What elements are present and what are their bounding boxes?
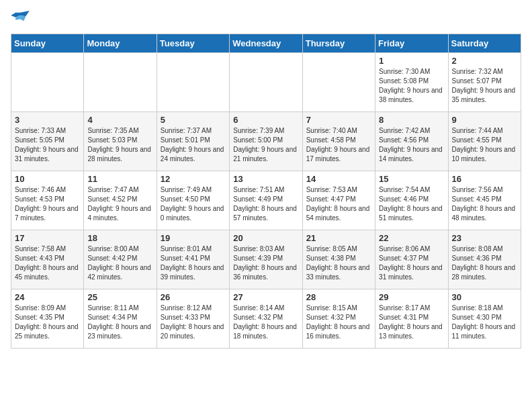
day-number: 22 <box>379 233 444 243</box>
calendar-cell: 13Sunrise: 7:51 AM Sunset: 4:49 PM Dayli… <box>230 171 302 230</box>
weekday-header-monday: Monday <box>84 34 157 53</box>
day-info: Sunrise: 7:40 AM Sunset: 4:58 PM Dayligh… <box>306 126 371 164</box>
day-info: Sunrise: 7:49 AM Sunset: 4:50 PM Dayligh… <box>161 185 226 223</box>
day-number: 9 <box>452 115 517 125</box>
calendar-cell: 4Sunrise: 7:35 AM Sunset: 5:03 PM Daylig… <box>84 112 157 171</box>
day-info: Sunrise: 8:05 AM Sunset: 4:38 PM Dayligh… <box>306 244 371 282</box>
weekday-header-saturday: Saturday <box>448 34 521 53</box>
calendar-cell: 14Sunrise: 7:53 AM Sunset: 4:47 PM Dayli… <box>302 171 375 230</box>
calendar-cell: 27Sunrise: 8:14 AM Sunset: 4:32 PM Dayli… <box>230 289 302 349</box>
calendar-cell <box>230 53 302 112</box>
day-info: Sunrise: 8:17 AM Sunset: 4:31 PM Dayligh… <box>379 304 444 341</box>
day-number: 29 <box>379 292 444 302</box>
day-number: 11 <box>87 174 152 184</box>
day-info: Sunrise: 7:33 AM Sunset: 5:05 PM Dayligh… <box>15 126 80 164</box>
weekday-header-thursday: Thursday <box>302 34 375 53</box>
calendar: SundayMondayTuesdayWednesdayThursdayFrid… <box>11 34 521 349</box>
day-info: Sunrise: 7:51 AM Sunset: 4:49 PM Dayligh… <box>233 185 298 223</box>
day-number: 26 <box>161 292 226 302</box>
svg-marker-0 <box>20 11 30 16</box>
calendar-cell: 1Sunrise: 7:30 AM Sunset: 5:08 PM Daylig… <box>375 53 448 112</box>
calendar-cell: 16Sunrise: 7:56 AM Sunset: 4:45 PM Dayli… <box>448 171 521 230</box>
calendar-cell: 8Sunrise: 7:42 AM Sunset: 4:56 PM Daylig… <box>375 112 448 171</box>
day-number: 24 <box>15 292 80 302</box>
day-info: Sunrise: 7:30 AM Sunset: 5:08 PM Dayligh… <box>379 67 444 105</box>
calendar-cell: 2Sunrise: 7:32 AM Sunset: 5:07 PM Daylig… <box>448 53 521 112</box>
day-info: Sunrise: 7:47 AM Sunset: 4:52 PM Dayligh… <box>87 185 152 223</box>
day-number: 27 <box>233 292 298 302</box>
logo-icon <box>11 11 30 28</box>
day-number: 1 <box>379 56 444 66</box>
day-number: 16 <box>452 174 517 184</box>
day-info: Sunrise: 7:32 AM Sunset: 5:07 PM Dayligh… <box>452 67 517 105</box>
day-info: Sunrise: 7:44 AM Sunset: 4:55 PM Dayligh… <box>452 126 517 164</box>
day-info: Sunrise: 7:53 AM Sunset: 4:47 PM Dayligh… <box>306 185 371 223</box>
calendar-week-3: 10Sunrise: 7:46 AM Sunset: 4:53 PM Dayli… <box>11 171 521 230</box>
weekday-header-sunday: Sunday <box>11 34 84 53</box>
calendar-cell: 12Sunrise: 7:49 AM Sunset: 4:50 PM Dayli… <box>157 171 229 230</box>
logo <box>11 11 32 28</box>
calendar-cell: 6Sunrise: 7:39 AM Sunset: 5:00 PM Daylig… <box>230 112 302 171</box>
day-number: 21 <box>306 233 371 243</box>
calendar-cell: 28Sunrise: 8:15 AM Sunset: 4:32 PM Dayli… <box>302 289 375 349</box>
day-number: 15 <box>379 174 444 184</box>
day-number: 5 <box>161 115 226 125</box>
day-number: 23 <box>452 233 517 243</box>
day-info: Sunrise: 7:54 AM Sunset: 4:46 PM Dayligh… <box>379 185 444 223</box>
calendar-cell: 30Sunrise: 8:18 AM Sunset: 4:30 PM Dayli… <box>448 289 521 349</box>
day-number: 4 <box>87 115 152 125</box>
calendar-cell <box>11 53 84 112</box>
calendar-cell: 18Sunrise: 8:00 AM Sunset: 4:42 PM Dayli… <box>84 230 157 289</box>
day-info: Sunrise: 8:14 AM Sunset: 4:32 PM Dayligh… <box>233 304 298 341</box>
day-number: 6 <box>233 115 298 125</box>
calendar-cell <box>157 53 229 112</box>
day-number: 17 <box>15 233 80 243</box>
weekday-header-tuesday: Tuesday <box>157 34 229 53</box>
day-number: 13 <box>233 174 298 184</box>
day-number: 7 <box>306 115 371 125</box>
calendar-cell: 11Sunrise: 7:47 AM Sunset: 4:52 PM Dayli… <box>84 171 157 230</box>
calendar-cell: 19Sunrise: 8:01 AM Sunset: 4:41 PM Dayli… <box>157 230 229 289</box>
day-number: 8 <box>379 115 444 125</box>
weekday-header-friday: Friday <box>375 34 448 53</box>
calendar-cell: 22Sunrise: 8:06 AM Sunset: 4:37 PM Dayli… <box>375 230 448 289</box>
day-number: 14 <box>306 174 371 184</box>
calendar-cell: 15Sunrise: 7:54 AM Sunset: 4:46 PM Dayli… <box>375 171 448 230</box>
calendar-cell: 17Sunrise: 7:58 AM Sunset: 4:43 PM Dayli… <box>11 230 84 289</box>
calendar-cell: 21Sunrise: 8:05 AM Sunset: 4:38 PM Dayli… <box>302 230 375 289</box>
day-info: Sunrise: 8:06 AM Sunset: 4:37 PM Dayligh… <box>379 244 444 282</box>
calendar-cell: 9Sunrise: 7:44 AM Sunset: 4:55 PM Daylig… <box>448 112 521 171</box>
day-info: Sunrise: 8:09 AM Sunset: 4:35 PM Dayligh… <box>15 304 80 341</box>
calendar-cell: 3Sunrise: 7:33 AM Sunset: 5:05 PM Daylig… <box>11 112 84 171</box>
day-info: Sunrise: 8:18 AM Sunset: 4:30 PM Dayligh… <box>452 304 517 341</box>
day-number: 18 <box>87 233 152 243</box>
calendar-week-2: 3Sunrise: 7:33 AM Sunset: 5:05 PM Daylig… <box>11 112 521 171</box>
day-info: Sunrise: 7:56 AM Sunset: 4:45 PM Dayligh… <box>452 185 517 223</box>
calendar-cell: 26Sunrise: 8:12 AM Sunset: 4:33 PM Dayli… <box>157 289 229 349</box>
calendar-body: 1Sunrise: 7:30 AM Sunset: 5:08 PM Daylig… <box>11 53 521 349</box>
day-number: 3 <box>15 115 80 125</box>
day-number: 10 <box>15 174 80 184</box>
calendar-week-4: 17Sunrise: 7:58 AM Sunset: 4:43 PM Dayli… <box>11 230 521 289</box>
day-number: 25 <box>87 292 152 302</box>
day-info: Sunrise: 8:03 AM Sunset: 4:39 PM Dayligh… <box>233 244 298 282</box>
day-info: Sunrise: 8:00 AM Sunset: 4:42 PM Dayligh… <box>87 244 152 282</box>
calendar-cell: 24Sunrise: 8:09 AM Sunset: 4:35 PM Dayli… <box>11 289 84 349</box>
day-number: 2 <box>452 56 517 66</box>
day-info: Sunrise: 8:08 AM Sunset: 4:36 PM Dayligh… <box>452 244 517 282</box>
calendar-cell: 29Sunrise: 8:17 AM Sunset: 4:31 PM Dayli… <box>375 289 448 349</box>
calendar-cell: 7Sunrise: 7:40 AM Sunset: 4:58 PM Daylig… <box>302 112 375 171</box>
weekday-header-wednesday: Wednesday <box>230 34 302 53</box>
day-number: 28 <box>306 292 371 302</box>
calendar-cell <box>84 53 157 112</box>
svg-marker-2 <box>20 15 26 21</box>
calendar-cell <box>302 53 375 112</box>
day-number: 12 <box>161 174 226 184</box>
calendar-cell: 23Sunrise: 8:08 AM Sunset: 4:36 PM Dayli… <box>448 230 521 289</box>
day-info: Sunrise: 7:35 AM Sunset: 5:03 PM Dayligh… <box>87 126 152 164</box>
day-info: Sunrise: 8:12 AM Sunset: 4:33 PM Dayligh… <box>161 304 226 341</box>
calendar-week-1: 1Sunrise: 7:30 AM Sunset: 5:08 PM Daylig… <box>11 53 521 112</box>
calendar-cell: 10Sunrise: 7:46 AM Sunset: 4:53 PM Dayli… <box>11 171 84 230</box>
day-info: Sunrise: 8:01 AM Sunset: 4:41 PM Dayligh… <box>161 244 226 282</box>
calendar-cell: 25Sunrise: 8:11 AM Sunset: 4:34 PM Dayli… <box>84 289 157 349</box>
